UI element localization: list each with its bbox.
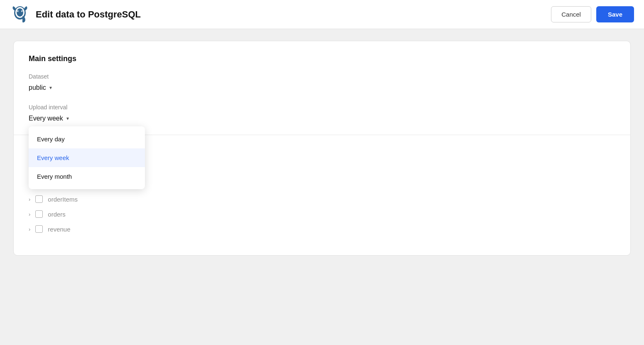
table-name-revenue: revenue xyxy=(48,226,70,233)
expand-icon[interactable]: › xyxy=(29,196,30,202)
main-settings-section: Main settings Dataset public ▾ Upload in… xyxy=(14,41,630,135)
dataset-dropdown[interactable]: public ▾ xyxy=(29,83,52,92)
expand-icon[interactable]: › xyxy=(29,226,30,232)
table-checkbox-orderitems[interactable] xyxy=(35,195,43,203)
svg-point-2 xyxy=(17,8,23,17)
header-left: Edit data to PostgreSQL xyxy=(10,5,141,25)
interval-dropdown-menu: Every day Every week Every month xyxy=(29,126,145,189)
cancel-button[interactable]: Cancel xyxy=(551,6,591,22)
svg-point-5 xyxy=(18,11,19,12)
interval-wrapper: Every week ▾ Every day Every week Every … xyxy=(29,114,69,123)
main-settings-title: Main settings xyxy=(29,54,615,63)
content-area: Main settings Dataset public ▾ Upload in… xyxy=(0,29,644,267)
svg-point-6 xyxy=(22,11,23,12)
upload-interval-value: Every week xyxy=(29,115,63,122)
interval-chevron-icon: ▾ xyxy=(66,116,69,121)
header-actions: Cancel Save xyxy=(551,6,634,22)
table-checkbox-revenue[interactable] xyxy=(35,225,43,233)
interval-option-every-month[interactable]: Every month xyxy=(29,167,145,186)
dataset-value: public xyxy=(29,84,46,91)
upload-interval-dropdown[interactable]: Every week ▾ xyxy=(29,114,69,123)
table-name-orders: orders xyxy=(48,211,66,218)
upload-interval-label: Upload interval xyxy=(29,104,615,111)
page-title: Edit data to PostgreSQL xyxy=(36,9,141,20)
table-row: › revenue xyxy=(29,225,615,233)
save-button[interactable]: Save xyxy=(596,6,634,22)
expand-icon[interactable]: › xyxy=(29,211,30,217)
interval-option-every-day[interactable]: Every day xyxy=(29,130,145,148)
table-row: › orders xyxy=(29,210,615,218)
table-checkbox-orders[interactable] xyxy=(35,210,43,218)
settings-card: Main settings Dataset public ▾ Upload in… xyxy=(13,41,631,256)
interval-option-every-week[interactable]: Every week xyxy=(29,148,145,167)
header: Edit data to PostgreSQL Cancel Save xyxy=(0,0,644,29)
postgresql-logo xyxy=(10,5,30,25)
dataset-label: Dataset xyxy=(29,73,615,80)
table-name-orderitems: orderItems xyxy=(48,196,78,203)
dataset-chevron-icon: ▾ xyxy=(49,85,52,91)
table-row: › orderItems xyxy=(29,195,615,203)
